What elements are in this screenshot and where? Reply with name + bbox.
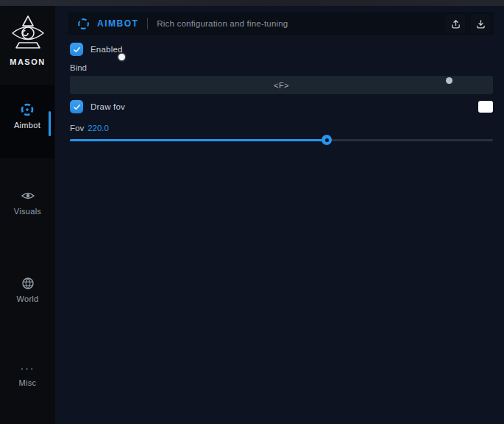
sidebar-item-label: Misc [0, 378, 55, 387]
sidebar-item-label: World [0, 294, 55, 303]
draw-fov-row: Draw fov [70, 100, 125, 113]
section-header: AIMBOT Rich configuration and fine-tunin… [68, 12, 494, 35]
window-top-strip [0, 0, 504, 6]
globe-icon [21, 276, 35, 291]
bind-field-dot [446, 77, 452, 84]
crosshair-icon [20, 102, 35, 117]
enabled-checkbox[interactable] [70, 43, 83, 56]
ellipsis-icon: ··· [0, 361, 55, 375]
enabled-row: Enabled [70, 43, 123, 56]
fov-slider[interactable] [70, 134, 493, 146]
draw-fov-label: Draw fov [90, 102, 125, 111]
eye-icon [21, 188, 35, 203]
upload-config-button[interactable] [446, 14, 465, 33]
enabled-label: Enabled [90, 45, 123, 54]
fov-value-row: Fov220.0 [70, 124, 109, 132]
fov-value: 220.0 [88, 124, 109, 132]
check-icon [73, 46, 81, 54]
mouse-cursor-dot [118, 54, 125, 60]
page-subtitle: Rich configuration and fine-tuning [157, 19, 440, 28]
fov-slider-fill [70, 139, 327, 141]
brand-name: MASON [0, 57, 55, 66]
check-icon [73, 103, 81, 111]
page-title: AIMBOT [97, 18, 138, 29]
active-tab-indicator [49, 111, 51, 136]
sidebar-item-aimbot[interactable]: Aimbot [0, 85, 54, 158]
header-divider [147, 18, 148, 29]
download-icon [475, 18, 486, 29]
sidebar-item-label: Aimbot [0, 121, 54, 130]
sidebar-item-misc[interactable]: ··· Misc [0, 361, 55, 387]
sidebar: MASON Aimbot Visuals World ··· Misc [0, 6, 55, 424]
main-panel: AIMBOT Rich configuration and fine-tunin… [55, 6, 504, 424]
draw-fov-checkbox[interactable] [70, 100, 83, 113]
mason-eye-pyramid-logo-icon [9, 13, 47, 54]
download-config-button[interactable] [471, 14, 490, 33]
crosshair-icon [77, 18, 90, 30]
fov-label: Fov [70, 124, 84, 132]
sidebar-item-label: Visuals [0, 207, 55, 216]
brand-logo: MASON [0, 13, 55, 66]
sidebar-item-world[interactable]: World [0, 276, 55, 303]
upload-icon [450, 18, 461, 29]
sidebar-item-visuals[interactable]: Visuals [0, 188, 55, 216]
fov-color-swatch[interactable] [478, 101, 493, 113]
bind-label: Bind [70, 63, 87, 72]
bind-key-value: <F> [274, 81, 289, 90]
bind-key-field[interactable]: <F> [70, 76, 493, 94]
fov-slider-handle[interactable] [322, 135, 332, 145]
